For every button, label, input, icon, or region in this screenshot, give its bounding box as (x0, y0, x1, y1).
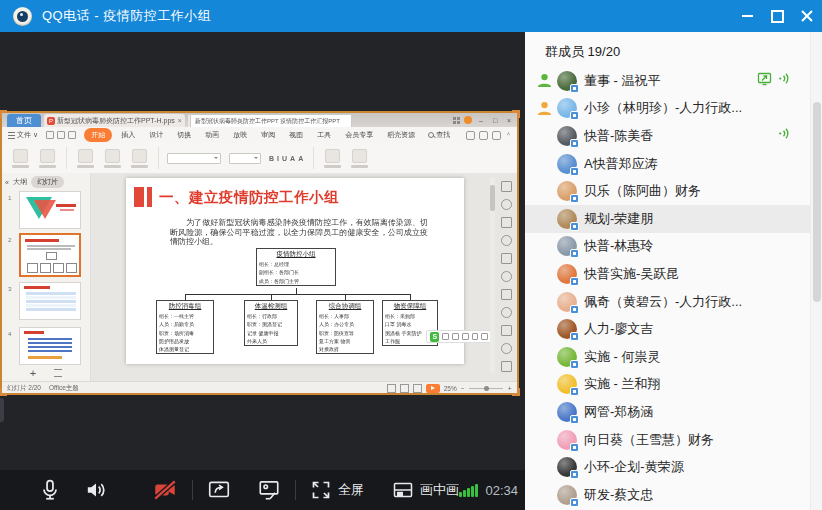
close-button[interactable] (792, 0, 822, 32)
camera-off-button[interactable] (152, 477, 178, 503)
device-badge-icon (570, 415, 579, 424)
view-notes-icon[interactable] (413, 384, 422, 393)
font-name-select[interactable] (167, 153, 221, 164)
find-label[interactable]: 查找 (436, 130, 450, 140)
ribbon-group[interactable] (131, 149, 148, 168)
ribbon-group[interactable] (104, 149, 121, 168)
mic-button[interactable] (38, 478, 62, 502)
apps-grid-icon[interactable] (453, 117, 460, 124)
slide-thumbnail-2-selected[interactable] (19, 233, 81, 277)
wps-close-icon[interactable]: × (504, 117, 514, 124)
wps-tool-icon[interactable] (501, 217, 512, 228)
wps-tool-icon[interactable] (501, 181, 512, 192)
add-slide-button[interactable]: + (30, 367, 36, 379)
member-row[interactable]: 实施 - 兰和翔 (525, 371, 822, 399)
wps-tool-icon[interactable] (501, 343, 512, 354)
org-box-line: 副组长：各部门长 (257, 268, 335, 276)
member-row[interactable]: 佩奇（黄碧云）-人力行政... (525, 288, 822, 316)
ribbon-group[interactable] (324, 149, 341, 168)
wps-side-toolbar[interactable] (499, 181, 513, 372)
wps-restore-icon[interactable]: □ (490, 117, 500, 124)
wps-menu-item[interactable]: 会员专享 (340, 128, 378, 142)
slide-thumbnail-1[interactable] (19, 191, 81, 229)
wps-document-tab[interactable]: P 新型冠状病毒肺炎防控工作PPT-H.pps × (44, 114, 185, 127)
members-scrollbar-thumb[interactable] (813, 102, 821, 302)
pip-label: 画中画 (420, 481, 459, 499)
side-panel-handle[interactable] (0, 398, 4, 422)
wps-menu-item[interactable]: 设计 (144, 128, 168, 142)
tab-close-icon[interactable]: × (178, 117, 182, 124)
wps-tool-icon[interactable] (501, 199, 512, 210)
wps-tool-icon[interactable] (501, 307, 512, 318)
member-row[interactable]: 贝乐（陈阿曲）财务 (525, 177, 822, 205)
wps-tool-icon[interactable] (501, 289, 512, 300)
view-normal-icon[interactable] (387, 384, 396, 393)
member-row[interactable]: 规划-荣建朋 (525, 205, 822, 233)
wps-menu-item[interactable]: 稻壳资源 (382, 128, 420, 142)
wps-menu-item[interactable]: 视图 (284, 128, 308, 142)
member-row[interactable]: 快普实施-吴跃昆 (525, 260, 822, 288)
ribbon-group[interactable] (39, 149, 56, 168)
member-name: 规划-荣建朋 (584, 210, 653, 228)
member-row[interactable]: 研发-蔡文忠 (525, 481, 822, 509)
wps-tool-icon[interactable] (501, 325, 512, 336)
font-style-buttons[interactable]: BIUAA (269, 155, 303, 162)
maximize-button[interactable] (762, 0, 792, 32)
speaker-button[interactable] (84, 478, 108, 502)
outline-tab[interactable]: 大纲 (13, 177, 27, 187)
font-size-select[interactable] (229, 153, 261, 164)
ribbon-group[interactable] (351, 149, 368, 168)
zoom-slider[interactable] (469, 388, 503, 389)
wps-floating-toolbar[interactable]: S (426, 330, 492, 343)
file-menu[interactable]: 文件 ∨ (8, 130, 38, 140)
zoom-in-icon[interactable]: ＋ (507, 384, 514, 393)
wps-menu-item[interactable]: 审阅 (256, 128, 280, 142)
whiteboard-button[interactable] (257, 478, 281, 502)
member-row[interactable]: A快普郑应涛 (525, 150, 822, 178)
org-box-line: 防护用品发放 (157, 337, 213, 345)
qq-call-window: QQ电话 - 疫情防控工作小组 首页 P 新型冠状病毒肺炎防控工作PPT-H.p… (0, 0, 822, 510)
wps-menu-item[interactable]: 开始 (84, 128, 112, 142)
wps-tool-icon[interactable] (501, 235, 512, 246)
wps-menu-item[interactable]: 插入 (116, 128, 140, 142)
zoom-out-icon[interactable]: − (461, 385, 465, 392)
ribbon-group[interactable] (77, 149, 94, 168)
wps-menu-item[interactable]: 工具 (312, 128, 336, 142)
search-icon[interactable] (428, 132, 435, 139)
member-row[interactable]: 小环-企划-黄荣源 (525, 453, 822, 481)
member-row[interactable]: 董事 - 温祝平 (525, 67, 822, 95)
member-row[interactable]: 快普-陈美香 (525, 122, 822, 150)
ribbon-group[interactable] (12, 149, 29, 168)
slide-thumbnail-4[interactable] (19, 327, 81, 365)
wps-tool-icon[interactable] (501, 253, 512, 264)
member-row[interactable]: 网管-郑杨涵 (525, 398, 822, 426)
wps-tool-icon[interactable] (501, 271, 512, 282)
wps-menu-item[interactable]: 动画 (200, 128, 224, 142)
pip-button[interactable]: 画中画 (392, 479, 459, 501)
panel-menu-icon[interactable] (54, 369, 62, 377)
camera-off-icon (152, 477, 178, 503)
wps-menu-item[interactable]: 切换 (172, 128, 196, 142)
wps-menu-item[interactable]: 放映 (228, 128, 252, 142)
account-avatar[interactable] (464, 116, 472, 124)
slide-thumbnail-3[interactable] (19, 282, 81, 320)
view-sorter-icon[interactable] (400, 384, 409, 393)
slide-scrollbar[interactable] (490, 177, 495, 373)
minimize-button[interactable] (732, 0, 762, 32)
share-screen-button[interactable] (207, 478, 231, 502)
fullscreen-button[interactable]: 全屏 (310, 479, 364, 501)
wps-home-tab[interactable]: 首页 (7, 114, 41, 127)
wps-tool-icon[interactable] (501, 361, 512, 372)
member-row[interactable]: 实施 - 何祟灵 (525, 343, 822, 371)
wps-minimize-icon[interactable]: – (476, 117, 486, 124)
menu-right-icons[interactable]: ＾ (466, 130, 512, 140)
member-row[interactable]: 向日葵（王雪慧）财务 (525, 426, 822, 454)
quick-access-icons[interactable] (46, 131, 76, 139)
slideshow-play-button[interactable] (426, 384, 440, 393)
collapse-panel-icon[interactable]: « (5, 179, 9, 186)
member-row[interactable]: 快普-林惠玲 (525, 233, 822, 261)
member-avatar (557, 319, 577, 339)
slides-tab[interactable]: 幻灯片 (31, 176, 64, 188)
member-row[interactable]: 人力-廖文吉 (525, 315, 822, 343)
member-row[interactable]: 小珍（林明珍）-人力行政... (525, 95, 822, 123)
